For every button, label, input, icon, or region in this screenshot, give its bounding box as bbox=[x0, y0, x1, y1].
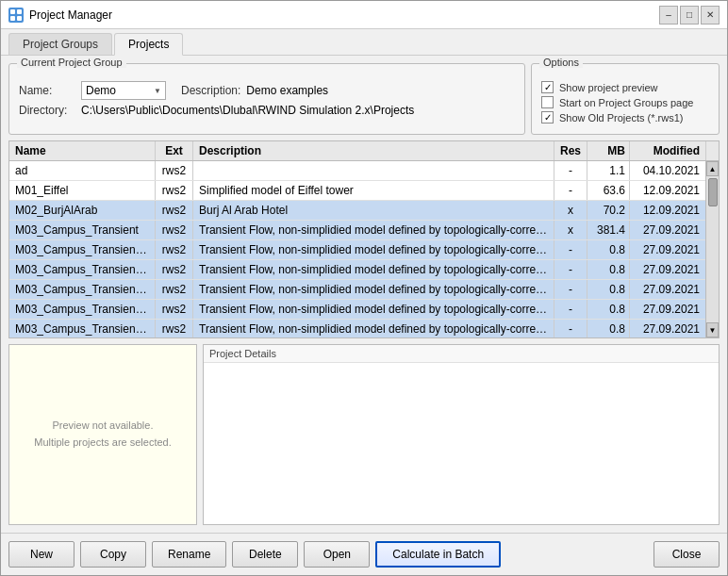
show-preview-label: Show project preview bbox=[559, 82, 658, 93]
button-spacer bbox=[506, 541, 648, 568]
delete-button[interactable]: Delete bbox=[232, 541, 298, 568]
current-project-group-box: Current Project Group Name: Demo ▼ Descr… bbox=[8, 63, 525, 135]
cell-modified: 27.09.2021 bbox=[630, 320, 705, 337]
cell-mb: 0.8 bbox=[587, 320, 630, 337]
cell-name: M03_Campus_Transient_045 bbox=[9, 240, 156, 259]
table-row[interactable]: M03_Campus_Transient_135 rws2 Transient … bbox=[9, 280, 705, 300]
preview-line1: Preview not available. bbox=[52, 420, 153, 431]
scrollbar[interactable]: ▲ ▼ bbox=[705, 161, 719, 337]
name-combo[interactable]: Demo ▼ bbox=[81, 81, 166, 100]
table-row[interactable]: ad rws2 - 1.1 04.10.2021 bbox=[9, 161, 705, 181]
table-row[interactable]: M03_Campus_Transient rws2 Transient Flow… bbox=[9, 221, 705, 240]
cell-mb: 0.8 bbox=[587, 260, 630, 279]
cell-res: - bbox=[554, 320, 587, 337]
maximize-button[interactable]: □ bbox=[680, 6, 699, 25]
cell-ext: rws2 bbox=[156, 300, 193, 319]
col-header-res: Res bbox=[554, 141, 587, 160]
tabs-bar: Project Groups Projects bbox=[1, 29, 727, 56]
start-on-groups-label: Start on Project Groups page bbox=[559, 97, 693, 108]
copy-button[interactable]: Copy bbox=[80, 541, 146, 568]
cell-desc: Burj Al Arab Hotel bbox=[193, 201, 554, 220]
table-row[interactable]: M02_BurjAlArab rws2 Burj Al Arab Hotel x… bbox=[9, 201, 705, 221]
cell-name: M03_Campus_Transient_225 bbox=[9, 320, 156, 337]
tab-projects[interactable]: Projects bbox=[114, 33, 183, 56]
cell-mb: 0.8 bbox=[587, 280, 630, 299]
cell-ext: rws2 bbox=[156, 240, 193, 259]
cell-res: - bbox=[554, 240, 587, 259]
app-icon bbox=[8, 8, 24, 23]
tab-project-groups[interactable]: Project Groups bbox=[8, 33, 112, 55]
title-bar: Project Manager – □ ✕ bbox=[1, 1, 727, 29]
name-combo-value: Demo bbox=[86, 84, 116, 97]
name-label: Name: bbox=[19, 84, 75, 97]
close-window-button[interactable]: ✕ bbox=[701, 6, 720, 25]
cell-ext: rws2 bbox=[156, 280, 193, 299]
cell-res: - bbox=[554, 280, 587, 299]
cell-name: M03_Campus_Transient_090 bbox=[9, 260, 156, 279]
col-header-ext: Ext bbox=[156, 141, 193, 160]
close-button[interactable]: Close bbox=[654, 541, 720, 568]
new-button[interactable]: New bbox=[8, 541, 74, 568]
start-on-groups-checkbox[interactable] bbox=[541, 96, 554, 108]
cell-res: - bbox=[554, 161, 587, 180]
project-details-box: Project Details bbox=[203, 344, 720, 525]
cell-desc: Transient Flow, non-simplidied model def… bbox=[193, 300, 554, 319]
cell-desc: Transient Flow, non-simplidied model def… bbox=[193, 221, 554, 239]
cell-modified: 27.09.2021 bbox=[630, 280, 705, 299]
minimize-button[interactable]: – bbox=[659, 6, 678, 25]
scroll-thumb[interactable] bbox=[708, 178, 718, 206]
preview-text: Preview not available. Multiple projects… bbox=[34, 418, 172, 451]
cell-ext: rws2 bbox=[156, 161, 193, 180]
table-row[interactable]: M03_Campus_Transient_045 rws2 Transient … bbox=[9, 240, 705, 260]
name-field-row: Name: Demo ▼ Description: Demo examples bbox=[19, 81, 515, 100]
combo-arrow-icon: ▼ bbox=[154, 87, 161, 95]
table-header: Name Ext Description Res MB Modified bbox=[9, 141, 719, 161]
show-preview-checkbox[interactable] bbox=[541, 81, 554, 93]
cell-desc: Transient Flow, non-simplidied model def… bbox=[193, 260, 554, 279]
cell-name: ad bbox=[9, 161, 156, 180]
cell-res: - bbox=[554, 300, 587, 319]
svg-rect-1 bbox=[17, 9, 22, 14]
window-title: Project Manager bbox=[29, 8, 112, 22]
cell-modified: 12.09.2021 bbox=[630, 201, 705, 220]
svg-rect-2 bbox=[10, 16, 15, 21]
cell-mb: 63.6 bbox=[587, 181, 630, 200]
cell-modified: 04.10.2021 bbox=[630, 161, 705, 180]
preview-box: Preview not available. Multiple projects… bbox=[8, 344, 197, 525]
cell-res: - bbox=[554, 181, 587, 200]
cell-ext: rws2 bbox=[156, 221, 193, 239]
title-bar-left: Project Manager bbox=[8, 8, 112, 23]
table-row[interactable]: M03_Campus_Transient_225 rws2 Transient … bbox=[9, 320, 705, 337]
open-button[interactable]: Open bbox=[304, 541, 370, 568]
scroll-up-button[interactable]: ▲ bbox=[706, 161, 719, 176]
current-project-group-label: Current Project Group bbox=[17, 57, 126, 68]
cell-ext: rws2 bbox=[156, 201, 193, 220]
option-show-old: Show Old Projects (*.rws1) bbox=[541, 111, 709, 123]
table-row[interactable]: M01_Eiffel rws2 Simplified model of Eiff… bbox=[9, 181, 705, 201]
scroll-down-button[interactable]: ▼ bbox=[706, 322, 719, 337]
table-row[interactable]: M03_Campus_Transient_180 rws2 Transient … bbox=[9, 300, 705, 320]
dir-value: C:\Users\Public\Documents\Dlubal\RWIND S… bbox=[81, 104, 414, 117]
col-header-name: Name bbox=[9, 141, 156, 160]
cell-ext: rws2 bbox=[156, 181, 193, 200]
project-details-header: Project Details bbox=[204, 345, 719, 363]
cell-name: M01_Eiffel bbox=[9, 181, 156, 200]
cell-name: M03_Campus_Transient bbox=[9, 221, 156, 239]
show-old-label: Show Old Projects (*.rws1) bbox=[559, 112, 683, 123]
project-manager-window: Project Manager – □ ✕ Project Groups Pro… bbox=[0, 0, 728, 576]
cell-mb: 70.2 bbox=[587, 201, 630, 220]
show-old-checkbox[interactable] bbox=[541, 111, 554, 123]
cell-name: M03_Campus_Transient_180 bbox=[9, 300, 156, 319]
projects-table: Name Ext Description Res MB Modified ad … bbox=[8, 140, 720, 338]
main-content: Current Project Group Name: Demo ▼ Descr… bbox=[1, 56, 727, 533]
table-row[interactable]: M03_Campus_Transient_090 rws2 Transient … bbox=[9, 260, 705, 280]
cell-desc: Transient Flow, non-simplidied model def… bbox=[193, 240, 554, 259]
options-label: Options bbox=[539, 57, 583, 68]
calculate-in-batch-button[interactable]: Calculate in Batch bbox=[375, 541, 501, 568]
cell-desc: Transient Flow, non-simplidied model def… bbox=[193, 320, 554, 337]
table-body-container: ad rws2 - 1.1 04.10.2021 M01_Eiffel rws2… bbox=[9, 161, 719, 337]
rename-button[interactable]: Rename bbox=[152, 541, 226, 568]
col-header-modified: Modified bbox=[630, 141, 705, 160]
cell-desc bbox=[193, 161, 554, 180]
cell-modified: 27.09.2021 bbox=[630, 260, 705, 279]
